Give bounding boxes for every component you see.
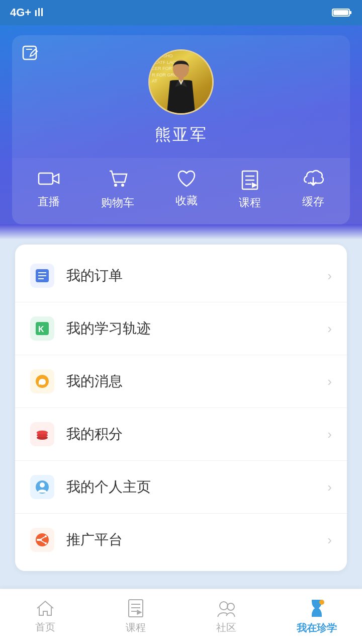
svg-point-40 [319,600,324,605]
bottom-nav: 首页 课程 社区 我在珍学 [0,589,362,644]
menu-item-message[interactable]: 我的消息 › [15,355,347,408]
chevron-right-icon: › [327,321,332,337]
nav-home[interactable]: 首页 [0,599,90,634]
chevron-right-icon: › [327,268,332,284]
menu-item-promote[interactable]: 推广平台 › [15,514,347,566]
nav-course[interactable]: 课程 [90,599,181,634]
svg-rect-2 [333,10,348,15]
action-live[interactable]: 直播 [38,169,60,210]
menu-item-orders[interactable]: 我的订单 › [15,250,347,302]
chevron-right-icon: › [327,374,332,389]
avatar[interactable]: LIVE SHOPLATF LAOWEER FOR MBR FOR GROUPA… [148,49,214,115]
nav-mine[interactable]: 我在珍学 [272,598,362,635]
svg-point-29 [45,535,47,537]
nav-community[interactable]: 社区 [181,599,272,634]
svg-point-9 [121,184,124,187]
points-icon [30,422,54,446]
status-signal: 4G+ ıll [10,6,44,19]
edit-button[interactable] [22,45,39,64]
svg-point-8 [114,184,117,187]
svg-rect-7 [39,173,53,184]
chevron-right-icon: › [327,479,332,495]
track-icon: K [30,316,54,341]
username: 熊亚军 [155,124,208,146]
svg-point-37 [227,603,234,610]
action-cart[interactable]: 购物车 [101,169,134,210]
svg-text:K: K [38,325,44,334]
svg-rect-1 [349,11,351,14]
promote-icon [30,528,54,552]
svg-point-36 [220,602,228,610]
status-battery [332,8,352,18]
svg-point-27 [40,482,45,488]
menu-item-points[interactable]: 我的积分 › [15,408,347,461]
menu-list: 我的订单 › K 我的学习轨迹 › 我的消息 › [15,245,347,571]
svg-rect-3 [23,46,36,59]
message-icon [30,369,54,393]
action-collect[interactable]: 收藏 [175,169,198,210]
status-bar: 4G+ ıll [0,0,362,25]
menu-item-profile-page[interactable]: 我的个人主页 › [15,461,347,514]
main-content: 我的订单 › K 我的学习轨迹 › 我的消息 › [0,239,362,644]
action-cache[interactable]: 缓存 [302,169,324,210]
header-area: LIVE SHOPLATF LAOWEER FOR MBR FOR GROUPA… [0,25,362,239]
profile-page-icon [30,475,54,499]
orders-icon [30,264,54,288]
chevron-right-icon: › [327,427,332,442]
svg-point-30 [45,542,47,544]
chevron-right-icon: › [327,532,332,548]
action-course[interactable]: 课程 [239,169,261,210]
svg-point-31 [37,539,39,541]
menu-item-track[interactable]: K 我的学习轨迹 › [15,302,347,355]
